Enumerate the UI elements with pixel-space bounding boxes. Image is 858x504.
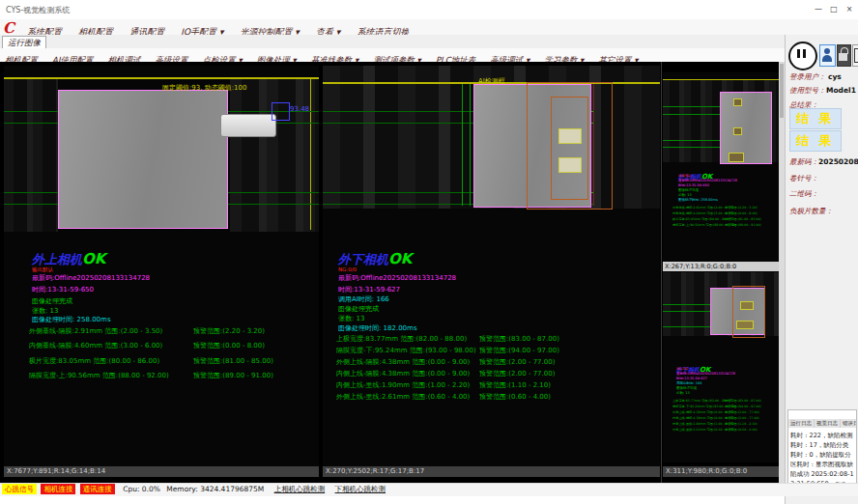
mid-warn-3: 预警范围:(2.00 - 77.00) [479, 357, 555, 367]
middle-camera-view[interactable]: AI检测框 外下相机OK NG:0/0 最新码:Offline202502081… [323, 66, 660, 477]
mini-top-coords-bar: X:267;Y:13;R:0;G:0;B:0 [663, 262, 785, 271]
lower-camera-heartbeat-link[interactable]: 下相机心跳检测 [335, 484, 386, 494]
tab-run-image[interactable]: 运行图像 [2, 36, 46, 49]
mini-top-yellow-hline [663, 79, 783, 80]
mini-bottom-row-4w: 预警范围:(2.00 - 77.00) [725, 416, 759, 420]
left-blue-measure-value: 93.48 [290, 105, 309, 113]
panel-divider [661, 62, 662, 483]
left-warn-4: 预警范围:(89.00 - 91.00) [193, 371, 273, 380]
mini-bottom-row-1: 上极宽度:83.77mm 范围:(82.00 - 88.00) [672, 399, 732, 403]
mini-top-done: 图像处理完成 [678, 188, 699, 192]
toolbar: 相机配置 AI使用配置 相机调试 高级设置 点检设置 ▾ 图像处理 ▾ 基准线参… [0, 48, 785, 63]
left-meas-row-3: 极片宽度:83.05mm 范围:(80.00 - 86.00) [29, 356, 159, 366]
model-label: 使用型号： [789, 86, 826, 96]
mid-meas-row-6: 外侧上线-里线:2.61mm 范围:(0.60 - 4.00) [336, 392, 470, 402]
mid-coords-bar: X:270;Y:2502;R:17;G:17;B:17 [323, 466, 660, 477]
right-sidebar: → 登录用户： cys 使用型号： Model1 总结果： 结 果 结 果 最新… [785, 35, 858, 504]
mid-meas-row-1: 上极宽度:83.77mm 范围:(82.00 - 88.00) [336, 334, 467, 344]
menu-bar: C 系统配置 相机配置 通讯配置 IO手配置 ▾ 光源控制配置 ▾ 查看 ▾ 系… [0, 19, 858, 36]
mini-bottom-row-6w: 预警范围:(0.60 - 4.00) [725, 428, 758, 432]
mid-ai-box-inner [551, 97, 588, 200]
mini-bottom-ai-box [732, 286, 765, 338]
user-label: 登录用户： [789, 72, 826, 82]
app-window: CYS-视觉检测系统 — □ × C 系统配置 相机配置 通讯配置 IO手配置 … [0, 0, 858, 504]
mid-green-vline-2 [470, 84, 471, 206]
log-tab-error[interactable]: 错误日志 [841, 419, 857, 428]
mini-top-marker-2 [733, 127, 742, 135]
mini-top-row-2w: 预警范围:(0.00 - 8.00) [725, 211, 758, 215]
left-bg-stripes [4, 77, 58, 232]
left-electrode-part [58, 90, 228, 229]
mid-tab-highlight-1 [558, 128, 582, 144]
left-done-text: 图像处理完成 [32, 296, 72, 306]
left-camera-result: 外上相机OK [32, 249, 105, 268]
qr-code-label: 二维码： [789, 189, 818, 199]
left-warn-3: 预警范围:(81.00 - 85.00) [193, 356, 273, 366]
left-camera-title: 外上相机 [32, 252, 82, 266]
left-meas-row-4: 隔膜宽度-上:90.56mm 范围:(88.00 - 92.00) [29, 371, 169, 380]
left-yellow-vline [310, 77, 311, 230]
mid-red-vline [593, 84, 594, 206]
log-text: 耗时：222，缺陷检测耗时：17，缺陷分类耗时：0，缺陷提取分区耗时：显示图视取… [788, 429, 856, 485]
mid-camera-result: 外下相机OK [338, 249, 412, 268]
mini-bottom-marker-1 [740, 301, 754, 310]
mid-green-vline-1 [462, 84, 463, 206]
cpu-usage-text: Cpu: 0.0% [123, 484, 160, 494]
mini-top-marker-1 [733, 98, 742, 106]
mini-top-row-1w: 预警范围:(2.20 - 3.20) [725, 206, 758, 210]
user-switch-button[interactable] [819, 44, 836, 67]
pause-icon-bar2 [803, 49, 806, 58]
mid-warn-1: 预警范围:(83.00 - 87.00) [479, 334, 559, 344]
minimize-button[interactable]: — [812, 3, 825, 15]
left-proc-time-text: 图像处理时间: 258.00ms [32, 315, 111, 324]
log-tab-vision[interactable]: 视觉日志 [815, 419, 841, 428]
scrollbar-thumb[interactable] [780, 64, 784, 118]
lock-button[interactable] [837, 44, 851, 67]
mini-top-camera-view[interactable]: 外上相机OK 输出默认 最新码:Offline20250208133134728… [663, 72, 783, 262]
maximize-button[interactable]: □ [827, 3, 841, 15]
logout-button[interactable]: → [852, 44, 858, 67]
mini-bottom-row-2w: 预警范围:(94.00 - 97.00) [725, 405, 761, 408]
upper-camera-heartbeat-link[interactable]: 上相机心跳检测 [274, 484, 326, 494]
mini-top-code: 最新码:Offline20250208133134728 [678, 179, 737, 182]
left-camera-ok: OK [82, 250, 105, 267]
mid-alarm-text: NG:0/0 [338, 266, 357, 272]
window-title: CYS-视觉检测系统 [6, 5, 70, 15]
person-icon-body [822, 55, 832, 62]
log-tab-run[interactable]: 运行日志 [788, 419, 815, 428]
mini-bottom-frames: 张数: 13 [676, 391, 690, 395]
mini-bottom-code: 最新码:Offline20250208133134728 [676, 372, 735, 376]
mid-frames-text: 张数: 13 [338, 314, 365, 323]
mini-top-time: 时间:13-31-59-650 [678, 183, 709, 187]
mini-bottom-coords-bar: X:311;Y:980;R:0;G:0;B:0 [663, 466, 786, 477]
mid-meas-row-4: 内侧上线-隔膜:4.38mm 范围:(0.00 - 9.00) [336, 369, 470, 378]
left-threshold-overlay: 固定阈值:93, 动态阈值:100 [162, 83, 246, 93]
pause-button[interactable] [788, 42, 817, 70]
mid-warn-5: 预警范围:(1.10 - 2.10) [479, 380, 551, 390]
left-warn-2: 预警范围:(0.00 - 8.00) [193, 341, 265, 350]
mini-top-proc: 图像处理时间: 258.00ms [678, 198, 718, 202]
log-tab-strip: 运行日志视觉日志错误日志 [788, 410, 856, 429]
mid-warn-6: 预警范围:(0.60 - 4.00) [479, 392, 551, 402]
mini-top-marker-3 [729, 153, 744, 162]
mid-camera-title: 外下相机 [338, 252, 388, 266]
mid-warn-2: 预警范围:(94.00 - 97.00) [479, 346, 559, 355]
mid-camera-ok: OK [388, 250, 412, 267]
mid-ai-overlay-label: AI检测框 [478, 76, 505, 86]
heartbeat-status-badge: 心跳信号 [2, 484, 37, 494]
mini-bottom-camera-view[interactable]: 外下相机OK NG:0/0 最新码:Offline202502081331347… [663, 272, 783, 462]
left-meas-row-1: 外侧基线-隔膜:2.91mm 范围:(2.00 - 3.50) [29, 326, 162, 336]
mid-meas-row-3: 外侧上线-隔膜:4.38mm 范围:(0.00 - 9.00) [336, 357, 470, 367]
comm-connect-badge: 通讯连接 [80, 484, 115, 494]
mini-top-row-3: 极片宽度:83.05mm 范围:(80.00 - 86.00) [672, 217, 732, 221]
left-camera-view[interactable]: 93.48 固定阈值:93, 动态阈值:100 外上相机OK 输出默认 最新码:… [4, 66, 319, 477]
user-value: cys [828, 72, 842, 81]
left-alarm-text: 输出默认 [32, 266, 53, 273]
pause-icon [797, 49, 800, 58]
close-button[interactable]: × [843, 3, 856, 15]
tab-strip: 运行图像 [0, 35, 785, 49]
mid-tab-highlight-2 [558, 157, 582, 173]
mini-bottom-alarm: NG:0/0 [676, 367, 688, 371]
camera-connect-badge: 相机连接 [41, 484, 75, 494]
mini-bottom-row-5w: 预警范围:(1.10 - 2.10) [725, 422, 758, 426]
